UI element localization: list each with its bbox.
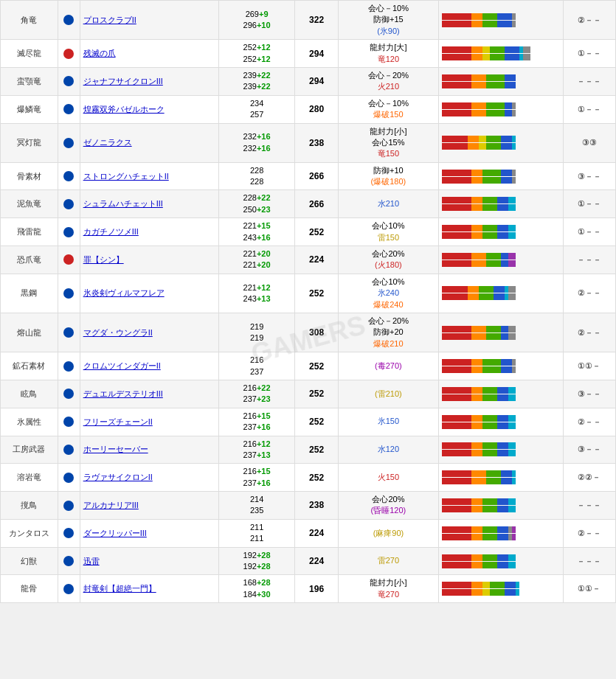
weapon-attack: 214235: [218, 492, 295, 520]
main-table-container: GAMERS 角竜プロスクラブII269+9296+10322会心－10%防御+…: [0, 0, 616, 603]
weapon-attack: 211211: [218, 519, 295, 547]
weapon-link[interactable]: マグダ・ウングラII: [83, 328, 153, 337]
table-row: 幻獣迅雷192+28192+28224雷270－－－: [1, 547, 616, 575]
weapon-name[interactable]: マグダ・ウングラII: [80, 313, 218, 352]
type-icon: [63, 417, 74, 427]
weapon-effect: 会心10%雷150: [338, 218, 438, 246]
weapon-attack: 269+9296+10: [218, 1, 295, 40]
weapon-attack: 252+12252+12: [218, 40, 295, 68]
type-icon: [63, 361, 74, 372]
weapon-name[interactable]: デュエルデステリオIII: [80, 380, 218, 408]
weapon-name[interactable]: アルカナリアIII: [80, 492, 218, 520]
weapon-icon-cell: [58, 274, 80, 313]
weapon-name[interactable]: 残滅の爪: [80, 40, 218, 68]
table-row: カンタロスダークリッパーIII211211224(麻痺90)②－－: [1, 519, 616, 547]
weapon-name[interactable]: プロスクラブII: [80, 1, 218, 40]
weapon-type: 骨素材: [1, 162, 58, 190]
weapon-type: 滅尽龍: [1, 40, 58, 68]
weapon-link[interactable]: ダークリッパーIII: [83, 529, 147, 537]
weapon-link[interactable]: 罪【シン】: [83, 255, 124, 264]
weapon-total: 252: [295, 218, 338, 246]
weapon-link[interactable]: カガチノツメIII: [83, 227, 139, 236]
weapon-name[interactable]: 封竜剣【超絶一門】: [80, 575, 218, 603]
weapon-link[interactable]: 氷炎剣ヴィルマフレア: [83, 288, 165, 297]
weapon-effect: (麻痺90): [338, 519, 438, 547]
weapon-name[interactable]: 煌霧双斧バゼルホーク: [80, 95, 218, 123]
weapon-type: カンタロス: [1, 519, 58, 547]
weapon-bar: [439, 246, 564, 274]
weapon-link[interactable]: 煌霧双斧バゼルホーク: [83, 105, 165, 114]
weapon-link[interactable]: ゼノニラクス: [83, 138, 132, 147]
weapon-bar: [439, 274, 564, 313]
weapon-attack: 221+20221+20: [218, 246, 295, 274]
table-row: 氷属性フリーズチェーンII216+15237+16252氷150②－－: [1, 408, 616, 436]
weapon-link[interactable]: アルカナリアIII: [83, 501, 139, 509]
table-row: 飛雷龍カガチノツメIII221+15243+16252会心10%雷150①－－: [1, 218, 616, 246]
weapon-effect: 龍封力[小]会心15%竜150: [338, 123, 438, 162]
weapon-total: 252: [295, 380, 338, 408]
weapon-total: 280: [295, 95, 338, 123]
weapon-rank: －－－: [563, 67, 615, 95]
weapon-link[interactable]: フリーズチェーンII: [83, 417, 153, 426]
weapon-attack: 234257: [218, 95, 295, 123]
weapon-name[interactable]: 氷炎剣ヴィルマフレア: [80, 274, 218, 313]
weapon-total: 224: [295, 519, 338, 547]
weapon-link[interactable]: ホーリーセーバー: [83, 445, 148, 453]
type-icon: [63, 389, 74, 399]
weapon-link[interactable]: デュエルデステリオIII: [83, 389, 163, 398]
weapon-rank: ①－－: [563, 218, 615, 246]
weapon-effect: (毒270): [338, 352, 438, 380]
weapon-bar: [439, 380, 564, 408]
weapon-effect: 水210: [338, 190, 438, 218]
weapon-link[interactable]: クロムツインダガーII: [83, 361, 161, 370]
weapon-icon-cell: [58, 436, 80, 464]
weapon-name[interactable]: シュラムハチェットIII: [80, 190, 218, 218]
weapon-rank: －－－: [563, 246, 615, 274]
weapon-bar: [439, 218, 564, 246]
weapon-name[interactable]: 迅雷: [80, 547, 218, 575]
weapon-attack: 232+16232+16: [218, 123, 295, 162]
weapon-link[interactable]: プロスクラブII: [83, 15, 136, 24]
weapon-name[interactable]: フリーズチェーンII: [80, 408, 218, 436]
weapon-type: 飛雷龍: [1, 218, 58, 246]
weapon-link[interactable]: ストロングハチェットII: [83, 172, 169, 181]
weapon-attack: 239+22239+22: [218, 67, 295, 95]
weapon-name[interactable]: カガチノツメIII: [80, 218, 218, 246]
type-icon: [63, 49, 74, 59]
weapon-name[interactable]: ゼノニラクス: [80, 123, 218, 162]
weapon-link[interactable]: 残滅の爪: [83, 49, 116, 58]
weapon-name[interactable]: クロムツインダガーII: [80, 352, 218, 380]
weapon-bar: [439, 408, 564, 436]
weapon-total: 294: [295, 40, 338, 68]
weapon-total: 224: [295, 246, 338, 274]
weapon-link[interactable]: ラヴァサイクロンII: [83, 473, 153, 481]
weapon-effect: 水120: [338, 436, 438, 464]
weapon-total: 252: [295, 464, 338, 492]
type-icon: [63, 528, 74, 538]
weapon-icon-cell: [58, 408, 80, 436]
table-row: 爆鱗竜煌霧双斧バゼルホーク234257280会心－10%爆破150①－－: [1, 95, 616, 123]
weapon-type: 工房武器: [1, 436, 58, 464]
weapon-rank: ②－－: [563, 274, 615, 313]
weapon-link[interactable]: シュラムハチェットIII: [83, 199, 163, 208]
weapon-rank: ③－－: [563, 436, 615, 464]
weapon-link[interactable]: 封竜剣【超絶一門】: [83, 584, 156, 593]
weapon-type: 溶岩竜: [1, 464, 58, 492]
weapon-rank: －－－: [563, 492, 615, 520]
weapon-link[interactable]: ジャナフサイクロンIII: [83, 77, 163, 86]
weapon-effect: 会心10%氷240爆破240: [338, 274, 438, 313]
weapon-type: 冥灯龍: [1, 123, 58, 162]
weapon-link[interactable]: 迅雷: [83, 557, 100, 565]
weapon-icon-cell: [58, 218, 80, 246]
weapon-name[interactable]: 罪【シン】: [80, 246, 218, 274]
weapon-name[interactable]: ジャナフサイクロンIII: [80, 67, 218, 95]
weapon-icon-cell: [58, 464, 80, 492]
weapon-icon-cell: [58, 162, 80, 190]
table-row: 滅尽龍残滅の爪252+12252+12294龍封力[大]竜120①－－: [1, 40, 616, 68]
weapon-name[interactable]: ストロングハチェットII: [80, 162, 218, 190]
weapon-name[interactable]: ダークリッパーIII: [80, 519, 218, 547]
weapon-name[interactable]: ホーリーセーバー: [80, 436, 218, 464]
weapon-name[interactable]: ラヴァサイクロンII: [80, 464, 218, 492]
weapon-attack: 192+28192+28: [218, 547, 295, 575]
weapon-icon-cell: [58, 575, 80, 603]
